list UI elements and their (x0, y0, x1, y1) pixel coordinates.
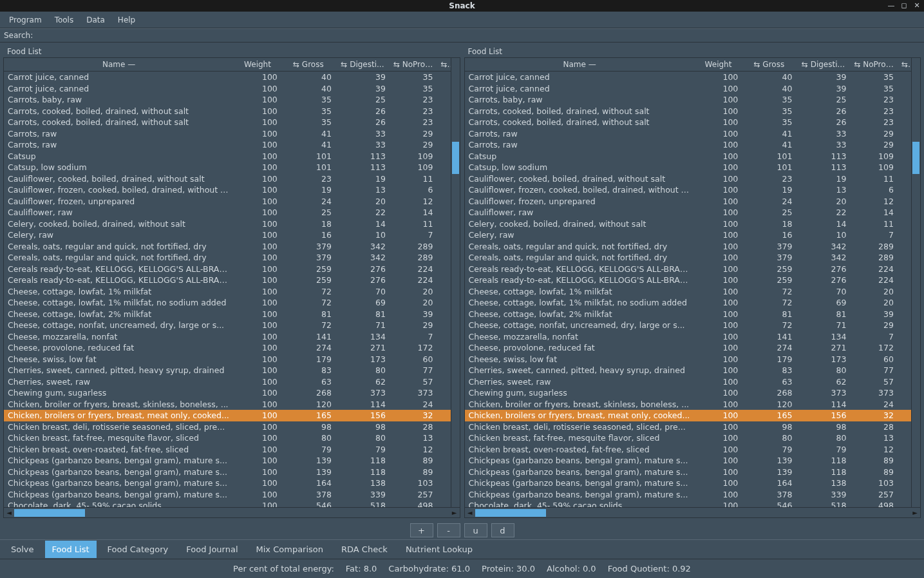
table-row[interactable]: Chickpeas (garbanzo beans, bengal gram),… (465, 477, 912, 489)
table-row[interactable]: Cheese, cottage, lowfat, 1% milkfat10072… (4, 286, 451, 298)
table-row[interactable]: Chicken, broiler or fryers, breast, skin… (4, 399, 451, 410)
table-row[interactable]: Chicken breast, deli, rotisserie seasone… (465, 421, 912, 433)
table-row[interactable]: Chickpeas (garbanzo beans, bengal gram),… (4, 455, 451, 467)
table-row[interactable]: Cereals, oats, regular and quick, not fo… (4, 252, 451, 264)
table-row[interactable]: Cauliflower, frozen, unprepared100242012 (4, 196, 451, 207)
tab-rda-check[interactable]: RDA Check (334, 541, 395, 558)
table-row[interactable]: Cheese, provolone, reduced fat1002742711… (465, 342, 912, 354)
table-row[interactable]: Chickpeas (garbanzo beans, bengal gram),… (4, 477, 451, 489)
table-row[interactable]: Cereals, oats, regular and quick, not fo… (465, 241, 912, 253)
horizontal-scrollbar[interactable]: ◄► (464, 508, 921, 518)
tab-mix-comparison[interactable]: Mix Comparison (249, 541, 331, 558)
up-button[interactable]: u (464, 523, 487, 537)
scroll-right-icon[interactable]: ► (449, 508, 460, 518)
table-row[interactable]: Carrots, baby, raw100352523 (4, 94, 451, 106)
table-row[interactable]: Cauliflower, raw100252214 (4, 207, 451, 218)
table-row[interactable]: Chocolate, dark, 45- 59% cacao solids100… (4, 500, 451, 507)
column-header[interactable]: ⇆ Gross (742, 58, 796, 72)
table-row[interactable]: Cereals ready-to-eat, KELLOGG, KELLOGG'S… (4, 264, 451, 275)
table-row[interactable]: Cherries, sweet, raw100636257 (4, 376, 451, 388)
table-row[interactable]: Cheese, cottage, lowfat, 1% milkfat10072… (465, 286, 912, 298)
table-row[interactable]: Cereals, oats, regular and quick, not fo… (4, 241, 451, 253)
table-row[interactable]: Cauliflower, raw100252214 (465, 207, 912, 218)
table-row[interactable]: Chicken, broiler or fryers, breast, skin… (465, 399, 912, 410)
table-row[interactable]: Chicken breast, oven-roasted, fat-free, … (465, 444, 912, 456)
add-button[interactable]: + (410, 523, 433, 537)
table-row[interactable]: Cereals, oats, regular and quick, not fo… (465, 252, 912, 264)
table-row[interactable]: Cheese, cottage, nonfat, uncreamed, dry,… (465, 320, 912, 331)
table-row[interactable]: Cereals ready-to-eat, KELLOGG, KELLOGG'S… (465, 275, 912, 286)
table-row[interactable]: Chewing gum, sugarless100268373373 (4, 387, 451, 399)
table-row[interactable]: Carrots, cooked, boiled, drained, withou… (465, 106, 912, 117)
vertical-scrollbar[interactable] (451, 58, 460, 507)
minimize-button[interactable]: — (887, 1, 896, 10)
table-row[interactable]: Carrot juice, canned100403935 (4, 72, 451, 83)
table-row[interactable]: Chickpeas (garbanzo beans, bengal gram),… (465, 489, 912, 501)
table-row[interactable]: Cherries, sweet, canned, pitted, heavy s… (465, 365, 912, 376)
table-row[interactable]: Catsup100101113109 (465, 151, 912, 162)
table-row[interactable]: Carrots, cooked, boiled, drained, withou… (4, 106, 451, 117)
menu-help[interactable]: Help (113, 14, 140, 26)
table-row[interactable]: Cauliflower, frozen, unprepared100242012 (465, 196, 912, 207)
table-row[interactable]: Catsup100101113109 (4, 151, 451, 162)
menu-data[interactable]: Data (81, 14, 110, 26)
table-row[interactable]: Cheese, cottage, lowfat, 1% milkfat, no … (465, 297, 912, 309)
column-header[interactable]: ⇆ Digesti... (335, 58, 390, 72)
tab-food-category[interactable]: Food Category (100, 541, 176, 558)
table-row[interactable]: Chicken, broilers or fryers, breast, mea… (465, 410, 912, 421)
column-header[interactable]: Weight (695, 58, 742, 72)
table-row[interactable]: Chicken breast, deli, rotisserie seasone… (4, 421, 451, 433)
table-row[interactable]: Celery, cooked, boiled, drained, without… (4, 218, 451, 230)
table-row[interactable]: Chickpeas (garbanzo beans, bengal gram),… (465, 455, 912, 467)
column-header[interactable]: Weight (234, 58, 281, 72)
table-row[interactable]: Cauliflower, frozen, cooked, boiled, dra… (465, 184, 912, 196)
table-row[interactable]: Cauliflower, frozen, cooked, boiled, dra… (4, 184, 451, 196)
table-row[interactable]: Cherries, sweet, raw100636257 (465, 376, 912, 388)
column-header[interactable]: ⇆ NoProt... (390, 58, 437, 72)
table-row[interactable]: Cheese, swiss, low fat10017917360 (465, 354, 912, 365)
table-row[interactable]: Chewing gum, sugarless100268373373 (465, 387, 912, 399)
table-row[interactable]: Carrot juice, canned100403935 (4, 83, 451, 95)
menu-program[interactable]: Program (4, 14, 47, 26)
table-row[interactable]: Chicken, broilers or fryers, breast, mea… (4, 410, 451, 421)
table-row[interactable]: Cheese, mozzarella, nonfat1001411347 (4, 331, 451, 343)
maximize-button[interactable]: ◻ (900, 1, 909, 10)
table-row[interactable]: Cheese, swiss, low fat10017917360 (4, 354, 451, 365)
table-row[interactable]: Cheese, cottage, nonfat, uncreamed, dry,… (4, 320, 451, 331)
table-row[interactable]: Carrots, raw100413329 (4, 128, 451, 140)
table-row[interactable]: Celery, raw10016107 (4, 229, 451, 241)
table-row[interactable]: Cherries, sweet, canned, pitted, heavy s… (4, 365, 451, 376)
horizontal-scrollbar[interactable]: ◄► (3, 508, 460, 518)
table-row[interactable]: Cauliflower, cooked, boiled, drained, wi… (4, 173, 451, 185)
table-row[interactable]: Catsup, low sodium100101113109 (4, 162, 451, 173)
table-row[interactable]: Carrots, baby, raw100352523 (465, 94, 912, 106)
scroll-left-icon[interactable]: ◄ (4, 508, 14, 518)
column-header[interactable]: Name — (4, 58, 234, 72)
column-header[interactable]: ⇆ Gross (281, 58, 335, 72)
table-row[interactable]: Chickpeas (garbanzo beans, bengal gram),… (4, 489, 451, 501)
tab-solve[interactable]: Solve (4, 541, 41, 558)
table-row[interactable]: Carrots, raw100413329 (465, 128, 912, 140)
table-row[interactable]: Chicken breast, oven-roasted, fat-free, … (4, 444, 451, 456)
tab-food-list[interactable]: Food List (45, 541, 97, 558)
down-button[interactable]: d (491, 523, 514, 537)
table-row[interactable]: Carrots, raw100413329 (4, 139, 451, 151)
tab-nutrient-lookup[interactable]: Nutrient Lookup (399, 541, 480, 558)
table-row[interactable]: Cereals ready-to-eat, KELLOGG, KELLOGG'S… (465, 264, 912, 275)
table-row[interactable]: Chicken breast, fat-free, mesquite flavo… (4, 432, 451, 444)
table-row[interactable]: Celery, raw10016107 (465, 229, 912, 241)
column-header[interactable]: Name — (465, 58, 695, 72)
table-row[interactable]: Cereals ready-to-eat, KELLOGG, KELLOGG'S… (4, 275, 451, 286)
table-row[interactable]: Chickpeas (garbanzo beans, bengal gram),… (465, 467, 912, 478)
column-header[interactable]: ⇆ (437, 58, 450, 72)
table-row[interactable]: Cheese, mozzarella, nonfat1001411347 (465, 331, 912, 343)
vertical-scrollbar[interactable] (911, 58, 920, 507)
table-row[interactable]: Cheese, cottage, lowfat, 2% milkfat10081… (465, 309, 912, 320)
table-row[interactable]: Cheese, provolone, reduced fat1002742711… (4, 342, 451, 354)
remove-button[interactable]: - (437, 523, 460, 537)
table-row[interactable]: Cheese, cottage, lowfat, 2% milkfat10081… (4, 309, 451, 320)
table-row[interactable]: Carrots, cooked, boiled, drained, withou… (465, 117, 912, 128)
close-button[interactable]: ✕ (912, 1, 921, 10)
scroll-right-icon[interactable]: ► (910, 508, 920, 518)
table-row[interactable]: Catsup, low sodium100101113109 (465, 162, 912, 173)
